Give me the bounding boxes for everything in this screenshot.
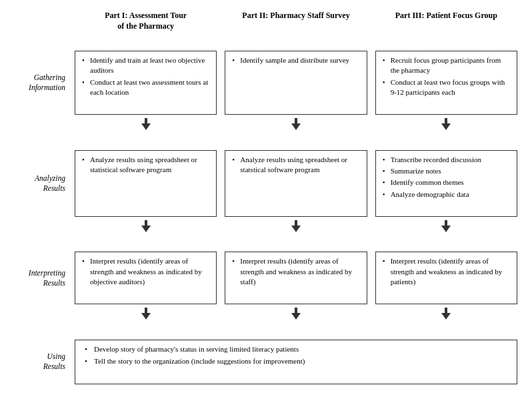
list-item: Interpret results (identify areas of str… bbox=[231, 256, 361, 287]
arrow-spacer-1 bbox=[11, 117, 71, 147]
interpreting-col2-box: Interpret results (identify areas of str… bbox=[225, 252, 367, 304]
arrow-down-icon bbox=[291, 226, 301, 232]
header-empty bbox=[11, 8, 71, 48]
interpreting-col1-box: Interpret results (identify areas of str… bbox=[75, 252, 217, 304]
list-item: Interpret results (identify areas of str… bbox=[81, 256, 211, 287]
analyzing-col2-list: Analyze results using spreadsheet or sta… bbox=[231, 155, 361, 175]
arrow-gathering-col2 bbox=[221, 117, 371, 136]
analyzing-col1-list: Analyze results using spreadsheet or sta… bbox=[81, 155, 211, 175]
arrow-down-icon bbox=[441, 226, 451, 232]
list-item: Conduct at least two focus groups with 9… bbox=[381, 77, 511, 98]
gathering-col2-list: Identify sample and distribute survey bbox=[231, 55, 361, 65]
row-label-interpreting: Interpreting Results bbox=[11, 249, 71, 307]
arrow-analyzing-col1 bbox=[71, 220, 221, 238]
list-item: Conduct at least two assessment tours at… bbox=[81, 77, 211, 98]
arrow-gathering-col1 bbox=[71, 117, 221, 136]
arrow-down-icon bbox=[141, 123, 151, 130]
arrow-down-icon bbox=[291, 123, 301, 130]
list-item: Analyze results using spreadsheet or sta… bbox=[231, 155, 361, 175]
gathering-col1-list: Identify and train at least two objectiv… bbox=[81, 55, 211, 98]
analyzing-col3-list: Transcribe recorded discussion Summarize… bbox=[381, 155, 511, 200]
interpreting-col2-list: Interpret results (identify areas of str… bbox=[231, 256, 361, 287]
arrow-gathering-col3 bbox=[371, 117, 521, 136]
page: Part I: Assessment Tour of the Pharmacy … bbox=[0, 0, 532, 395]
arrow-spacer-2 bbox=[11, 220, 71, 250]
gathering-col2-box: Identify sample and distribute survey bbox=[225, 51, 367, 115]
analyzing-col3-box: Transcribe recorded discussion Summarize… bbox=[375, 150, 517, 217]
main-grid: Part I: Assessment Tour of the Pharmacy … bbox=[11, 8, 521, 387]
interpreting-col1-list: Interpret results (identify areas of str… bbox=[81, 256, 211, 287]
arrow-interpreting-col2 bbox=[221, 307, 371, 326]
list-item: Identify sample and distribute survey bbox=[231, 55, 361, 65]
col-header-part1: Part I: Assessment Tour of the Pharmacy bbox=[71, 8, 221, 48]
row-label-using: Using Results bbox=[11, 337, 71, 387]
gathering-col1-box: Identify and train at least two objectiv… bbox=[75, 51, 217, 115]
list-item: Analyze results using spreadsheet or sta… bbox=[81, 155, 211, 175]
arrow-down-icon bbox=[441, 313, 451, 320]
arrow-down-icon bbox=[141, 226, 151, 232]
using-results-list: Develop story of pharmacy's status in se… bbox=[81, 344, 511, 367]
list-item: Analyze demographic data bbox=[381, 189, 511, 200]
arrow-down-icon bbox=[441, 123, 451, 130]
list-item: Transcribe recorded discussion bbox=[381, 155, 511, 165]
list-item: Identify common themes bbox=[381, 177, 511, 187]
col-header-part3: Part III: Patient Focus Group bbox=[371, 8, 521, 48]
col-header-part2: Part II: Pharmacy Staff Survey bbox=[221, 8, 371, 48]
list-item: Tell the story to the organization (incl… bbox=[81, 356, 511, 366]
interpreting-col3-list: Interpret results (identify areas of str… bbox=[381, 256, 511, 287]
arrow-analyzing-col2 bbox=[221, 220, 371, 238]
gathering-col3-list: Recruit focus group participants from th… bbox=[381, 55, 511, 98]
arrow-spacer-3 bbox=[11, 307, 71, 337]
list-item: Develop story of pharmacy's status in se… bbox=[81, 344, 511, 354]
arrow-down-icon bbox=[291, 313, 301, 320]
using-results-box: Develop story of pharmacy's status in se… bbox=[75, 340, 517, 384]
interpreting-col3-box: Interpret results (identify areas of str… bbox=[375, 252, 517, 304]
list-item: Recruit focus group participants from th… bbox=[381, 55, 511, 76]
arrow-interpreting-col3 bbox=[371, 307, 521, 326]
analyzing-col2-box: Analyze results using spreadsheet or sta… bbox=[225, 150, 367, 217]
list-item: Interpret results (identify areas of str… bbox=[381, 256, 511, 287]
list-item: Summarize notes bbox=[381, 166, 511, 176]
arrow-interpreting-col1 bbox=[71, 307, 221, 326]
row-label-gathering: Gathering Information bbox=[11, 48, 71, 117]
analyzing-col1-box: Analyze results using spreadsheet or sta… bbox=[75, 150, 217, 217]
row-label-analyzing: Analyzing Results bbox=[11, 147, 71, 220]
list-item: Identify and train at least two objectiv… bbox=[81, 55, 211, 76]
gathering-col3-box: Recruit focus group participants from th… bbox=[375, 51, 517, 115]
arrow-down-icon bbox=[141, 313, 151, 320]
arrow-analyzing-col3 bbox=[371, 220, 521, 238]
